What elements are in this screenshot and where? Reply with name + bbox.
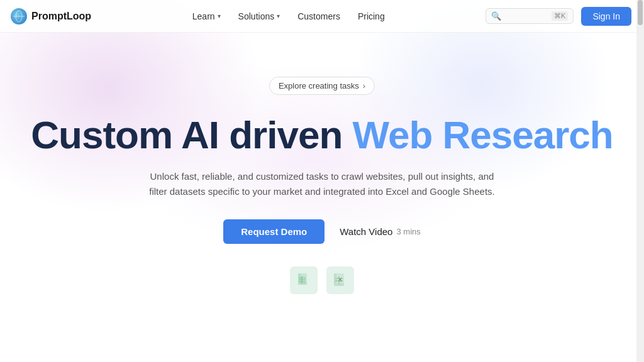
navbar: PromptLoop Learn ▾ Solutions ▾ Customers… [0, 0, 644, 33]
hero-headline: Custom AI driven Web Research [31, 114, 613, 156]
nav-item-solutions[interactable]: Solutions ▾ [238, 11, 280, 21]
excel-icon: X [326, 266, 354, 294]
hero-subtext: Unlock fast, reliable, and customized ta… [146, 169, 498, 199]
hero-section: Explore creating tasks › Custom AI drive… [0, 33, 644, 294]
watch-video-label: Watch Video [340, 226, 392, 237]
video-duration: 3 mins [396, 227, 420, 236]
watch-video-group[interactable]: Watch Video 3 mins [340, 226, 421, 237]
explore-pill[interactable]: Explore creating tasks › [269, 77, 375, 95]
google-sheets-icon [290, 266, 318, 294]
scrollbar-thumb[interactable] [638, 0, 643, 25]
logo-area: PromptLoop [10, 8, 91, 25]
solutions-chevron-icon: ▾ [277, 13, 280, 19]
nav-item-pricing[interactable]: Pricing [358, 11, 385, 21]
cta-row: Request Demo Watch Video 3 mins [223, 219, 421, 244]
nav-item-customers[interactable]: Customers [297, 11, 340, 21]
explore-chevron-icon: › [363, 81, 365, 90]
learn-chevron-icon: ▾ [218, 13, 221, 19]
nav-item-learn[interactable]: Learn ▾ [192, 11, 221, 21]
integrations-row: X [290, 266, 354, 294]
search-box[interactable]: 🔍 ⌘K [486, 8, 574, 24]
nav-menu: Learn ▾ Solutions ▾ Customers Pricing [192, 11, 385, 21]
search-shortcut: ⌘K [552, 11, 568, 21]
logo-icon [10, 8, 28, 25]
signin-button[interactable]: Sign In [581, 7, 631, 26]
navbar-right: 🔍 ⌘K Sign In [486, 7, 631, 26]
request-demo-button[interactable]: Request Demo [223, 219, 325, 244]
logo-text: PromptLoop [31, 11, 91, 22]
search-icon: 🔍 [491, 11, 501, 21]
scrollbar[interactable] [636, 0, 644, 362]
